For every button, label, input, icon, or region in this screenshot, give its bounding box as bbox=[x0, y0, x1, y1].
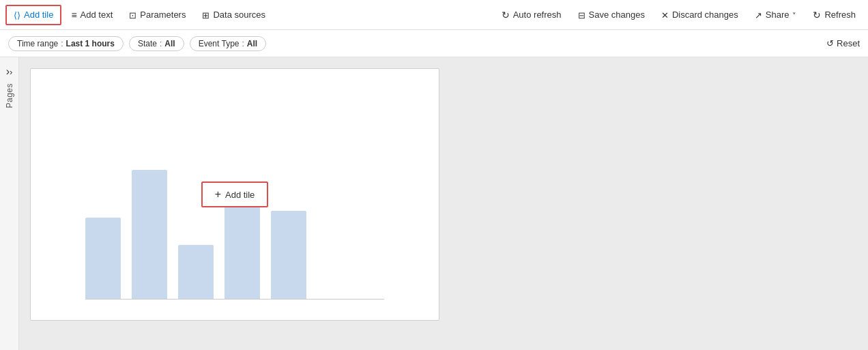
discard-icon bbox=[661, 10, 669, 20]
chart-bar-2 bbox=[132, 170, 167, 300]
save-icon bbox=[578, 10, 585, 20]
save-changes-button[interactable]: Save changes bbox=[571, 6, 652, 24]
discard-changes-button[interactable]: Discard changes bbox=[654, 6, 745, 24]
chart-baseline bbox=[85, 299, 384, 300]
add-text-label: Add text bbox=[81, 10, 113, 20]
save-changes-label: Save changes bbox=[589, 10, 645, 20]
add-tile-button[interactable]: Add tile bbox=[5, 5, 61, 25]
pages-toggle[interactable]: › bbox=[3, 63, 16, 81]
canvas-page: Add tile bbox=[30, 68, 439, 321]
state-value: All bbox=[164, 39, 175, 48]
chart-bar-3 bbox=[178, 245, 214, 300]
sidebar-chevron-icon: › bbox=[6, 65, 13, 78]
add-tile-label: Add tile bbox=[24, 10, 53, 20]
refresh-label: Refresh bbox=[824, 10, 856, 20]
filter-bar: Time range : Last 1 hours State : All Ev… bbox=[0, 30, 868, 57]
auto-refresh-icon bbox=[502, 10, 510, 20]
reset-area[interactable]: Reset bbox=[826, 38, 860, 48]
chart-bar-5 bbox=[271, 211, 306, 300]
auto-refresh-button[interactable]: Auto refresh bbox=[495, 6, 568, 24]
add-text-icon bbox=[71, 10, 76, 20]
share-chevron-icon bbox=[792, 10, 796, 20]
add-tile-canvas-button[interactable]: Add tile bbox=[201, 181, 269, 207]
share-label: Share bbox=[766, 10, 790, 20]
event-type-filter[interactable]: Event Type : All bbox=[190, 36, 267, 51]
state-filter[interactable]: State : All bbox=[129, 36, 184, 51]
share-icon bbox=[755, 10, 762, 20]
chart-bar-4 bbox=[225, 197, 260, 300]
add-tile-canvas-label: Add tile bbox=[225, 190, 255, 200]
parameters-button[interactable]: Parameters bbox=[122, 6, 192, 24]
refresh-button[interactable]: Refresh bbox=[806, 6, 863, 24]
toolbar: Add tile Add text Parameters Data source… bbox=[0, 0, 868, 30]
reset-icon bbox=[826, 38, 834, 48]
main-area: › Pages Add tile bbox=[0, 57, 868, 350]
add-tile-canvas-plus-icon bbox=[215, 188, 221, 201]
event-type-value: All bbox=[247, 39, 257, 48]
chart-bar-1 bbox=[85, 218, 121, 300]
reset-label: Reset bbox=[837, 38, 860, 48]
time-range-filter[interactable]: Time range : Last 1 hours bbox=[8, 36, 124, 51]
add-tile-icon bbox=[14, 10, 20, 20]
data-sources-label: Data sources bbox=[213, 10, 265, 20]
pages-label[interactable]: Pages bbox=[5, 83, 14, 108]
data-sources-icon bbox=[202, 10, 209, 20]
state-label: State bbox=[138, 39, 157, 48]
toolbar-right: Auto refresh Save changes Discard change… bbox=[495, 6, 863, 24]
time-range-value: Last 1 hours bbox=[66, 39, 115, 48]
auto-refresh-label: Auto refresh bbox=[513, 10, 562, 20]
data-sources-button[interactable]: Data sources bbox=[195, 6, 272, 24]
parameters-label: Parameters bbox=[140, 10, 186, 20]
pages-sidebar: › Pages bbox=[0, 57, 19, 350]
canvas-area: Add tile bbox=[19, 57, 868, 350]
share-button[interactable]: Share bbox=[748, 6, 804, 24]
parameters-icon bbox=[129, 10, 136, 20]
event-type-label: Event Type bbox=[199, 39, 240, 48]
add-text-button[interactable]: Add text bbox=[64, 6, 119, 24]
time-range-label: Time range bbox=[17, 39, 58, 48]
refresh-icon bbox=[813, 10, 821, 20]
discard-changes-label: Discard changes bbox=[672, 10, 738, 20]
